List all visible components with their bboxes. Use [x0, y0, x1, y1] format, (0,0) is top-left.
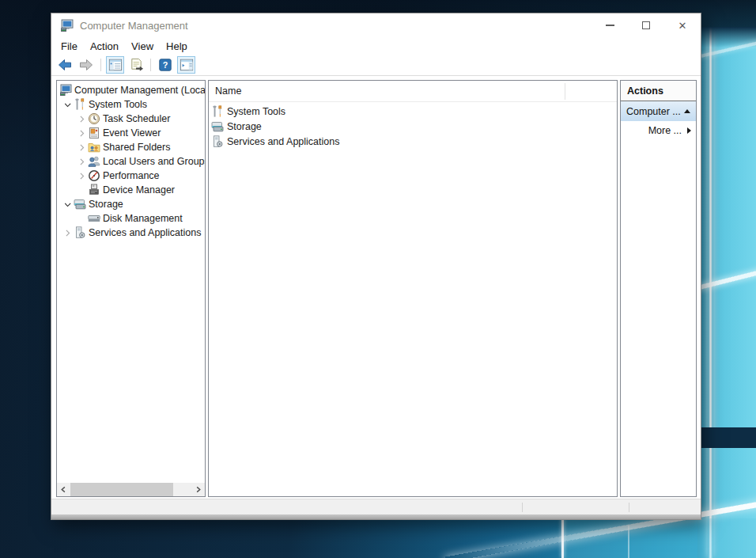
- toolbar-separator: [100, 59, 101, 71]
- chevron-collapsed-icon[interactable]: [75, 141, 88, 154]
- title-bar[interactable]: Computer Management ✕: [51, 13, 701, 37]
- chevron-collapsed-icon[interactable]: [61, 226, 74, 239]
- close-icon: ✕: [679, 21, 687, 31]
- wallpaper-window-logo: [697, 27, 756, 558]
- svg-text:?: ?: [163, 60, 168, 70]
- storage-icon: [74, 198, 86, 211]
- menu-file[interactable]: File: [61, 40, 77, 52]
- more-actions-item[interactable]: More ...: [621, 121, 696, 140]
- minimize-button[interactable]: [592, 13, 628, 37]
- tree-item-services-and-applications[interactable]: Services and Applications: [57, 226, 205, 240]
- tree-item-label: Performance: [103, 170, 160, 181]
- toolbar: ?: [51, 55, 701, 76]
- menu-help[interactable]: Help: [166, 40, 187, 52]
- horizontal-scrollbar[interactable]: [57, 483, 205, 496]
- tree-item-label: Storage: [89, 199, 123, 210]
- computer-management-icon: [60, 19, 74, 32]
- toolbar-separator: [150, 59, 151, 71]
- window-resize-frame[interactable]: [51, 514, 701, 519]
- tree-item-label: Disk Management: [103, 213, 183, 224]
- wallpaper-beam: [628, 526, 629, 558]
- chevron-collapsed-icon[interactable]: [75, 169, 88, 182]
- tree-item-label: Local Users and Groups: [103, 156, 205, 167]
- caption-controls: ✕: [592, 13, 701, 37]
- system-tools-icon: [211, 105, 224, 118]
- console-tree-icon: [108, 58, 123, 72]
- list-header: Name: [209, 81, 617, 102]
- tree-item-storage[interactable]: Storage: [57, 197, 205, 211]
- wallpaper-crossbar: [697, 427, 756, 448]
- status-bar: [51, 499, 701, 514]
- scroll-right-button[interactable]: [191, 483, 205, 496]
- actions-header-label: Actions: [627, 85, 663, 97]
- actions-pane-title: Actions: [621, 81, 696, 101]
- column-header-name[interactable]: Name: [215, 85, 241, 97]
- help-button[interactable]: ?: [156, 56, 175, 74]
- export-list-icon: [129, 58, 144, 73]
- chevron-collapsed-icon[interactable]: [75, 155, 88, 168]
- tree-item-disk-management[interactable]: Disk Management: [57, 211, 205, 226]
- submenu-arrow-icon: [687, 127, 691, 134]
- chevron-spacer: [75, 212, 88, 225]
- maximize-icon: [642, 21, 650, 29]
- status-bar-divider: [522, 503, 523, 512]
- menu-action[interactable]: Action: [90, 40, 119, 52]
- wallpaper-beam: [708, 27, 713, 558]
- tree-item-label: Device Manager: [103, 184, 175, 195]
- console-tree-pane: Computer Management (Local): [56, 80, 206, 497]
- actions-section-label: Computer ...: [626, 106, 684, 117]
- services-and-applications-icon: [74, 226, 86, 239]
- action-pane-icon: [180, 58, 194, 72]
- tree-item-local-users-and-groups[interactable]: Local Users and Groups: [57, 154, 205, 169]
- list-item-storage[interactable]: Storage: [209, 119, 617, 134]
- forward-icon: [78, 57, 94, 73]
- results-pane: Name System Tools: [208, 80, 618, 497]
- menu-view[interactable]: View: [131, 40, 153, 52]
- tree-item-device-manager[interactable]: Device Manager: [57, 183, 205, 197]
- chevron-right-icon: [195, 486, 202, 493]
- computer-management-window: Computer Management ✕ File Action View H…: [51, 13, 701, 520]
- chevron-collapsed-icon[interactable]: [75, 112, 88, 125]
- tree-item-performance[interactable]: Performance: [57, 169, 205, 183]
- event-viewer-icon: [88, 127, 100, 139]
- list-item-label: Storage: [227, 121, 262, 132]
- task-scheduler-icon: [88, 112, 100, 125]
- list-item-services-and-applications[interactable]: Services and Applications: [209, 134, 617, 149]
- show-action-pane-button[interactable]: [177, 56, 195, 74]
- export-list-button[interactable]: [127, 56, 146, 74]
- column-divider[interactable]: [565, 83, 565, 100]
- maximize-button[interactable]: [628, 13, 664, 37]
- actions-section-computer[interactable]: Computer ...: [621, 101, 696, 121]
- tree-item-label: Services and Applications: [89, 227, 201, 238]
- storage-icon: [211, 120, 224, 133]
- forward-button[interactable]: [77, 56, 96, 74]
- tree-item-computer-management[interactable]: Computer Management (Local): [57, 83, 205, 97]
- close-button[interactable]: ✕: [664, 13, 701, 37]
- status-bar-divider: [629, 503, 629, 512]
- wallpaper-beam: [561, 514, 564, 558]
- collapse-icon: [684, 109, 690, 113]
- scrollbar-thumb[interactable]: [70, 483, 173, 496]
- chevron-left-icon: [60, 486, 67, 493]
- chevron-expanded-icon[interactable]: [61, 98, 74, 111]
- scroll-left-button[interactable]: [57, 483, 70, 496]
- chevron-collapsed-icon[interactable]: [75, 127, 88, 139]
- list-item-system-tools[interactable]: System Tools: [209, 104, 617, 119]
- list-item-label: Services and Applications: [227, 136, 339, 147]
- window-title: Computer Management: [80, 20, 188, 32]
- chevron-expanded-icon[interactable]: [61, 198, 74, 211]
- desktop: Computer Management ✕ File Action View H…: [0, 0, 756, 558]
- tree-item-task-scheduler[interactable]: Task Scheduler: [57, 112, 205, 126]
- tree-item-shared-folders[interactable]: Shared Folders: [57, 140, 205, 154]
- tree-item-label: Event Viewer: [103, 127, 161, 139]
- back-button[interactable]: [55, 56, 74, 74]
- wallpaper-beam: [697, 267, 756, 292]
- console-tree: Computer Management (Local): [57, 81, 205, 483]
- chevron-spacer: [75, 184, 88, 196]
- tree-item-event-viewer[interactable]: Event Viewer: [57, 126, 205, 140]
- tree-item-system-tools[interactable]: System Tools: [57, 97, 205, 112]
- tree-item-label: Task Scheduler: [103, 113, 170, 124]
- back-icon: [57, 57, 73, 73]
- show-console-tree-button[interactable]: [106, 56, 124, 74]
- services-and-applications-icon: [211, 135, 224, 148]
